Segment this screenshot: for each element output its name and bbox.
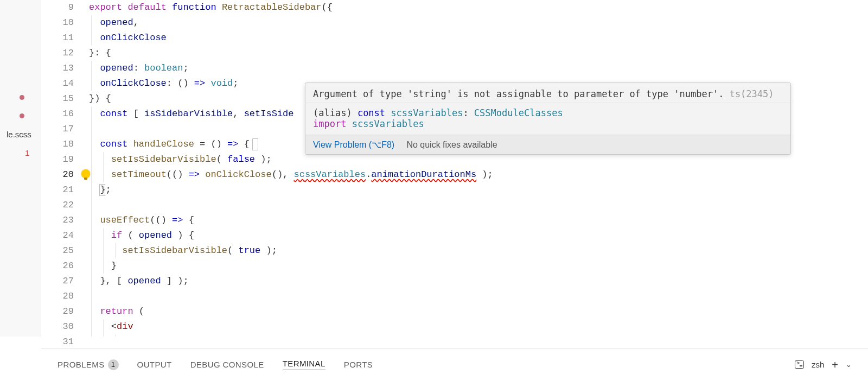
line-number: 25 <box>41 243 79 258</box>
line-number: 9 <box>41 0 79 15</box>
code-line[interactable]: } <box>79 258 868 274</box>
line-number: 26 <box>41 258 79 274</box>
line-number: 23 <box>41 213 79 228</box>
code-line[interactable] <box>79 289 868 304</box>
new-terminal-button[interactable]: + <box>832 359 838 370</box>
code-line[interactable]: }; <box>79 182 868 198</box>
code-line[interactable]: return ( <box>79 304 868 319</box>
explorer-modified-dot-2 <box>0 106 41 125</box>
explorer-file-label: le.scss <box>3 130 31 139</box>
line-number: 22 <box>41 198 79 213</box>
line-number: 27 <box>41 274 79 289</box>
tab-ports[interactable]: PORTS <box>344 360 373 369</box>
line-number: 16 <box>41 106 79 122</box>
no-quick-fixes-label: No quick fixes available <box>406 140 497 149</box>
code-line[interactable]: if ( opened ) { <box>79 228 868 243</box>
hover-footer: View Problem (⌥F8) No quick fixes availa… <box>305 135 790 154</box>
bracket-match-highlight <box>252 138 258 150</box>
error-count-label: 1 <box>3 148 29 157</box>
code-line[interactable]: opened: boolean; <box>79 61 868 76</box>
ts-error-code: ts(2345) <box>730 88 774 99</box>
terminal-dropdown-icon[interactable]: ⌄ <box>846 360 852 369</box>
code-line[interactable]: onClick={handleClose} <box>79 334 868 337</box>
code-editor[interactable]: export default function RetractableSideb… <box>79 0 868 337</box>
code-line[interactable]: export default function RetractableSideb… <box>79 0 868 15</box>
line-number: 24 <box>41 228 79 243</box>
line-number: 20 <box>41 167 79 182</box>
tab-terminal[interactable]: TERMINAL <box>283 359 326 370</box>
hover-signature: (alias) const scssVariables: CSSModuleCl… <box>305 103 790 135</box>
error-hover-tooltip: Argument of type 'string' is not assigna… <box>305 83 791 155</box>
line-number: 30 <box>41 319 79 334</box>
explorer-error-count: 1 <box>0 143 41 162</box>
tab-problems[interactable]: PROBLEMS1 <box>58 359 119 370</box>
code-line[interactable] <box>79 198 868 213</box>
line-number: 13 <box>41 61 79 76</box>
terminal-icon[interactable] <box>795 360 804 369</box>
code-line[interactable]: setTimeout(() => onClickClose(), scssVar… <box>79 167 868 182</box>
line-number-gutter: 9101112131415161718192021222324252627282… <box>41 0 79 337</box>
line-number: 19 <box>41 152 79 167</box>
hover-error-message: Argument of type 'string' is not assigna… <box>305 83 790 103</box>
view-problem-link[interactable]: View Problem (⌥F8) <box>313 140 394 149</box>
line-number: 28 <box>41 289 79 304</box>
terminal-controls: zsh + ⌄ <box>795 359 852 370</box>
line-number: 10 <box>41 15 79 30</box>
bottom-panel: PROBLEMS1 OUTPUT DEBUG CONSOLE TERMINAL … <box>41 349 868 380</box>
code-line[interactable]: }: { <box>79 46 868 61</box>
line-number: 31 <box>41 334 79 350</box>
line-number: 14 <box>41 76 79 91</box>
tab-output[interactable]: OUTPUT <box>137 360 172 369</box>
modified-dot-icon <box>20 113 24 118</box>
problems-count-badge: 1 <box>108 359 119 370</box>
bracket-match-highlight <box>99 184 105 196</box>
shell-name[interactable]: zsh <box>812 360 824 369</box>
line-number: 11 <box>41 30 79 46</box>
tab-debug-console[interactable]: DEBUG CONSOLE <box>190 360 264 369</box>
explorer-modified-dot-1 <box>0 88 41 106</box>
line-number: 18 <box>41 137 79 152</box>
panel-tabs: PROBLEMS1 OUTPUT DEBUG CONSOLE TERMINAL … <box>58 359 373 370</box>
code-line[interactable]: useEffect(() => { <box>79 213 868 228</box>
explorer-file-item[interactable]: le.scss <box>0 125 41 143</box>
code-line[interactable]: onClickClose <box>79 30 868 46</box>
line-number: 12 <box>41 46 79 61</box>
line-number: 21 <box>41 182 79 198</box>
explorer-sidebar: le.scss 1 <box>0 0 41 337</box>
line-number: 17 <box>41 122 79 137</box>
code-line[interactable]: opened, <box>79 15 868 30</box>
code-line[interactable]: <div <box>79 319 868 334</box>
lightbulb-icon[interactable] <box>81 169 90 178</box>
line-number: 15 <box>41 91 79 106</box>
modified-dot-icon <box>20 95 24 100</box>
line-number: 29 <box>41 304 79 319</box>
code-line[interactable]: setIsSidebarVisible( true ); <box>79 243 868 258</box>
code-line[interactable]: }, [ opened ] ); <box>79 274 868 289</box>
